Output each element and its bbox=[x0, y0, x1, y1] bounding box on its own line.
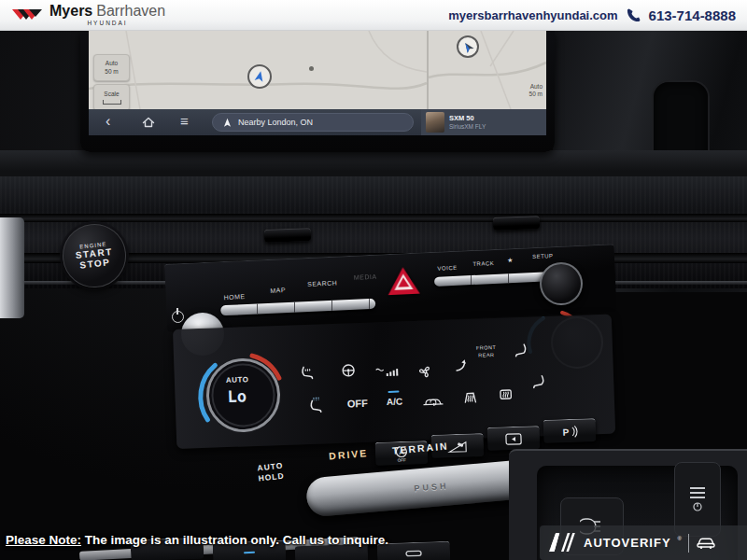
auto-hold-label-2: HOLD bbox=[258, 470, 285, 483]
album-art bbox=[426, 112, 444, 133]
disclaimer-note: Please Note: The image is an illustratio… bbox=[6, 533, 388, 547]
dealer-name-bold: Myers bbox=[49, 4, 92, 19]
autoverify-wordmark: AUTOVERIFY bbox=[584, 536, 671, 550]
myers-logo-icon bbox=[11, 7, 43, 23]
media-button-label: MEDIA bbox=[354, 273, 377, 281]
ac-indicator bbox=[388, 391, 399, 393]
side-trim-chrome bbox=[0, 217, 24, 318]
destination-text: Nearby London, ON bbox=[238, 118, 313, 127]
fan-icon bbox=[415, 361, 434, 381]
note-label: Please Note: bbox=[6, 533, 81, 547]
current-location-marker bbox=[247, 64, 272, 89]
autoverify-logo-icon bbox=[549, 533, 577, 553]
mini-zoom-label: Auto bbox=[505, 83, 543, 91]
badge-divider bbox=[688, 534, 689, 553]
steering-heat-icon bbox=[338, 360, 358, 380]
climate-off-button: OFF bbox=[347, 398, 368, 410]
auto-hold-button: AUTO HOLD bbox=[257, 461, 285, 483]
phone-icon bbox=[626, 7, 641, 23]
driver-temp-display: Lo bbox=[227, 386, 247, 406]
home-icon[interactable] bbox=[141, 115, 156, 130]
dealer-header: Myers Barrhaven HYUNDAI myersbarrhavenhy… bbox=[0, 0, 747, 31]
track-button-label: TRACK bbox=[472, 260, 494, 267]
engine-label-3: STOP bbox=[79, 257, 111, 271]
map-zoom-button[interactable]: Auto 50 m bbox=[93, 54, 130, 81]
dash-shelf bbox=[0, 150, 747, 176]
dealer-logo[interactable]: Myers Barrhaven HYUNDAI bbox=[11, 4, 165, 27]
front-defrost-icon bbox=[460, 388, 480, 408]
map-poi-dot bbox=[309, 66, 314, 71]
power-icon bbox=[172, 311, 184, 323]
drive-label: DRIVE bbox=[329, 447, 369, 462]
screen-nav-bar: ‹ ≡ Nearby London, ON SXM 50 SiriusXM FL… bbox=[89, 109, 546, 135]
svg-text:P: P bbox=[563, 427, 570, 437]
map-split-divider bbox=[427, 31, 429, 109]
map-scale-button[interactable]: Scale bbox=[93, 84, 130, 111]
hazard-button-icon bbox=[387, 267, 419, 296]
media-channel: SiriusXM FLY bbox=[449, 123, 486, 131]
seat-heat-right-icon bbox=[512, 342, 531, 361]
voice-button-label: VOICE bbox=[437, 265, 457, 272]
dealer-name-light: Barrhaven bbox=[96, 4, 165, 19]
setup-button-label: SETUP bbox=[532, 253, 554, 259]
seat-heat-left-icon bbox=[297, 364, 317, 384]
car-icon bbox=[696, 536, 716, 550]
dealer-brand: HYUNDAI bbox=[49, 21, 165, 27]
map-zoom-label: Auto bbox=[106, 60, 118, 67]
favorite-star-label: ★ bbox=[507, 257, 514, 264]
search-button-label: SEARCH bbox=[307, 280, 337, 287]
dealer-website-link[interactable]: myersbarrhavenhyundai.com bbox=[448, 8, 617, 22]
rear-defrost-icon bbox=[496, 385, 515, 404]
fan-speed-icon bbox=[374, 363, 401, 383]
nav-arrow-icon bbox=[222, 118, 233, 128]
map-mini-zoom: Auto 50 m bbox=[505, 83, 543, 99]
rear-label: REAR bbox=[476, 352, 497, 359]
tune-knob bbox=[540, 262, 583, 305]
vent-adjuster-tab bbox=[493, 216, 540, 231]
seat-vent-right-icon bbox=[529, 371, 549, 390]
vent-slat bbox=[0, 214, 747, 222]
media-station: SXM 50 bbox=[449, 114, 486, 123]
push-label: PUSH bbox=[414, 481, 449, 493]
back-icon[interactable]: ‹ bbox=[106, 114, 110, 129]
camera-view-button bbox=[487, 426, 541, 451]
map-zoom-value: 50 m bbox=[105, 68, 118, 76]
vehicle-listing-photo: Myers Barrhaven HYUNDAI myersbarrhavenhy… bbox=[0, 0, 747, 560]
menu-icon[interactable]: ≡ bbox=[180, 114, 189, 128]
driver-temp-auto-label: AUTO bbox=[226, 375, 249, 385]
vent-adjuster-tab bbox=[264, 228, 311, 243]
mini-zoom-value: 50 m bbox=[505, 91, 543, 98]
airflow-direction-icon bbox=[452, 357, 472, 376]
media-widget[interactable]: SXM 50 SiriusXM FLY bbox=[421, 109, 546, 135]
map-button-label: MAP bbox=[270, 287, 286, 294]
map-scale-label: Scale bbox=[104, 91, 119, 98]
left-button-bar bbox=[220, 299, 375, 316]
ac-button: A/C bbox=[387, 396, 403, 407]
destination-search-bar[interactable]: Nearby London, ON bbox=[212, 113, 414, 132]
autoverify-badge[interactable]: AUTOVERIFY® bbox=[540, 525, 747, 560]
infotainment-screen: Auto 50 m Scale Auto 50 m ‹ bbox=[89, 31, 546, 135]
registered-mark: ® bbox=[678, 536, 682, 541]
seat-vent-left-icon bbox=[306, 395, 326, 414]
home-button-label: HOME bbox=[224, 293, 246, 301]
right-button-bar bbox=[434, 272, 554, 287]
map-scale-ruler bbox=[103, 100, 121, 105]
dealer-phone-link[interactable]: 613-714-8888 bbox=[649, 7, 736, 23]
compass-arrow[interactable] bbox=[457, 35, 479, 58]
note-text: The image is an illustration only. Call … bbox=[81, 533, 388, 547]
svg-text:OFF: OFF bbox=[398, 457, 406, 462]
recirculation-icon bbox=[421, 391, 446, 411]
interior-photo: Auto 50 m Scale Auto 50 m ‹ bbox=[0, 31, 747, 560]
parking-sensor-button: P bbox=[543, 418, 597, 443]
front-rear-label: FRONT REAR bbox=[476, 344, 497, 359]
